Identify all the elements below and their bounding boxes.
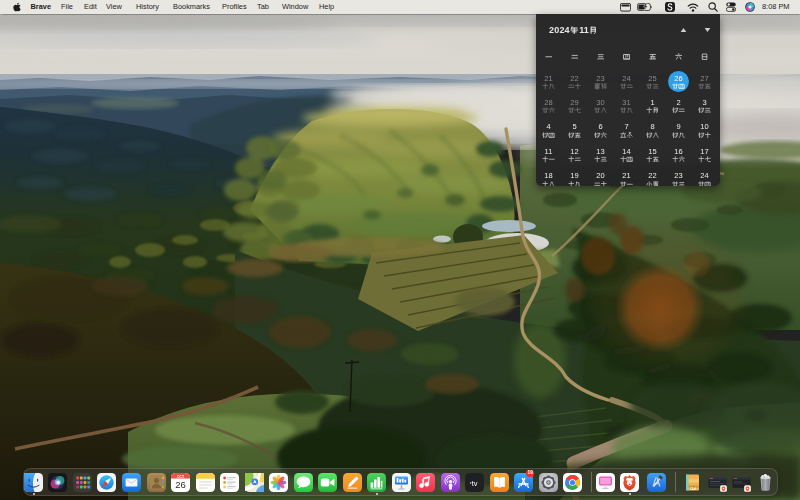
svg-text:26: 26 [175,479,186,490]
svg-text:OCT: OCT [177,475,185,479]
svg-text:ZIP: ZIP [691,486,695,490]
svg-text:tv: tv [472,479,478,488]
